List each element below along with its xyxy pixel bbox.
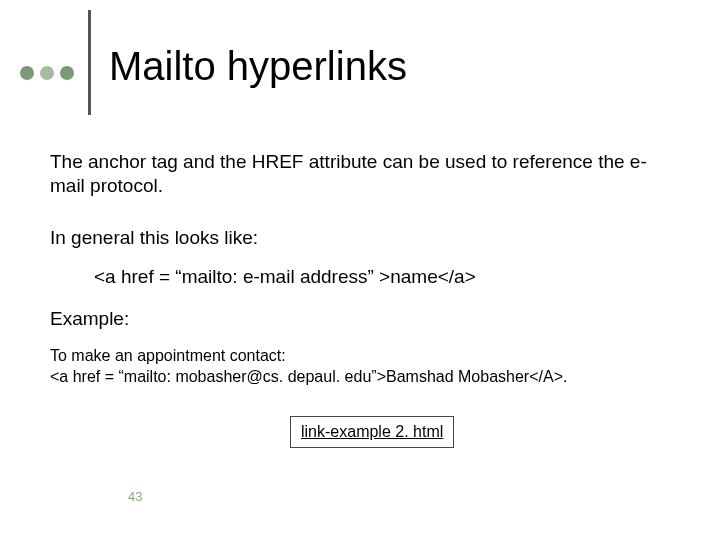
- example-file-link[interactable]: link-example 2. html: [290, 416, 454, 448]
- paragraph-general: In general this looks like:: [50, 226, 670, 250]
- code-syntax: <a href = “mailto: e-mail address” >name…: [50, 265, 670, 289]
- slide-content: The anchor tag and the HREF attribute ca…: [0, 110, 720, 448]
- dot-icon: [60, 66, 74, 80]
- example-label: Example:: [50, 307, 670, 331]
- slide-title: Mailto hyperlinks: [109, 44, 407, 89]
- vertical-divider: [88, 10, 91, 115]
- paragraph-intro: The anchor tag and the HREF attribute ca…: [50, 150, 670, 198]
- decorative-dots: [20, 66, 74, 80]
- page-number: 43: [128, 489, 142, 504]
- example-line-1: To make an appointment contact:: [50, 345, 670, 367]
- dot-icon: [40, 66, 54, 80]
- example-line-2: <a href = “mailto: mobasher@cs. depaul. …: [50, 366, 670, 388]
- slide-header: Mailto hyperlinks: [0, 0, 720, 110]
- example-text: To make an appointment contact: <a href …: [50, 345, 670, 388]
- dot-icon: [20, 66, 34, 80]
